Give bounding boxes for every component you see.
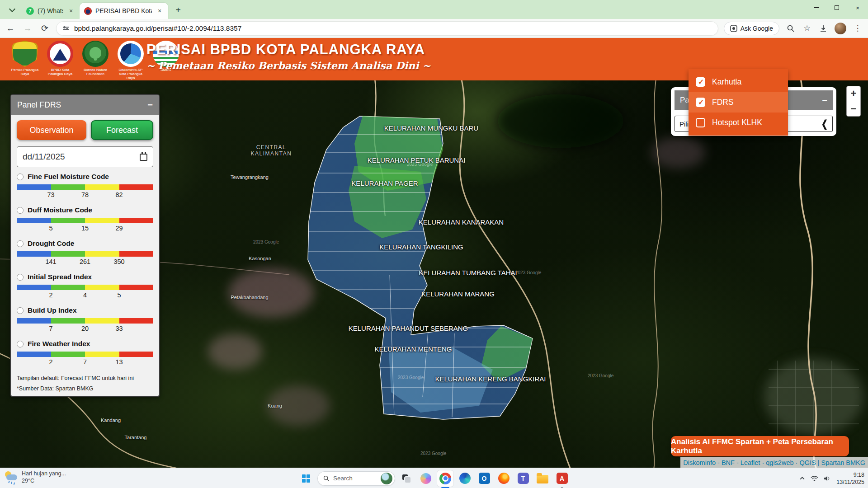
forecast-button[interactable]: Forecast <box>91 120 153 140</box>
radio-icon[interactable] <box>17 240 24 247</box>
volume-icon[interactable] <box>824 475 831 482</box>
panel-fdrs-header[interactable]: Panel FDRS − <box>11 95 159 115</box>
menu-dots-icon[interactable]: ⋮ <box>853 23 863 33</box>
zoom-icon[interactable] <box>786 23 796 33</box>
date-input[interactable]: dd/11/2025 <box>17 146 153 167</box>
calendar-icon[interactable] <box>140 154 147 161</box>
taskbar-edge-button[interactable] <box>457 470 473 487</box>
maximize-button[interactable] <box>826 0 847 15</box>
fire-monitoring-dropdown: Karhutla FDRS Hotspot KLHK <box>689 69 788 136</box>
index-option[interactable]: Build Up Index <box>17 306 153 314</box>
map-attribution[interactable]: Diskominfo - BNF - Leaflet · qgis2web · … <box>680 457 868 468</box>
index-option[interactable]: Drought Code <box>17 239 153 248</box>
taskbar-start-button[interactable] <box>298 470 314 487</box>
acrobat-icon: A <box>557 473 568 484</box>
new-tab-button[interactable]: + <box>172 4 184 16</box>
radio-icon[interactable] <box>17 274 24 281</box>
fdrs-index-bui: Build Up Index 7 20 33 <box>17 306 153 334</box>
address-bar[interactable]: bpbd.palangkaraya.go.id/perisai#10/-2.00… <box>56 21 718 36</box>
fdrs-index-dc: Drought Code 141 261 350 <box>17 239 153 267</box>
wifi-icon[interactable] <box>811 475 818 482</box>
collapse-icon[interactable]: − <box>147 100 153 110</box>
observation-button[interactable]: Observation <box>17 120 86 140</box>
checkbox-unchecked-icon[interactable] <box>696 118 705 127</box>
index-option[interactable]: Fine Fuel Moisture Code <box>17 173 153 181</box>
taskbar-copilot-button[interactable] <box>418 470 434 487</box>
ask-google-label: Ask Google <box>741 25 773 32</box>
index-option[interactable]: Fire Weather Index <box>17 340 153 348</box>
dropdown-item-hotspot-klhk[interactable]: Hotspot KLHK <box>689 113 788 133</box>
dropdown-item-fdrs[interactable]: FDRS <box>689 92 788 113</box>
taskbar-taskview-button[interactable] <box>398 470 415 487</box>
taskbar-chrome-button[interactable] <box>437 470 453 487</box>
taskbar-search[interactable]: Search <box>317 471 395 486</box>
back-button[interactable]: ← <box>4 22 17 35</box>
index-option[interactable]: Duff Moisture Code <box>17 206 153 214</box>
google-lens-icon <box>730 25 737 32</box>
reload-button[interactable]: ⟳ <box>38 22 52 35</box>
kelurahan-label: KELURAHAN TANGKILING <box>379 243 463 251</box>
taskbar-outlook-button[interactable]: O <box>476 470 492 487</box>
note-default: Tampilan default: Forecast FFMC untuk ha… <box>17 375 153 381</box>
forward-button[interactable]: → <box>21 22 34 35</box>
radio-icon[interactable] <box>17 341 24 347</box>
risk-scale-bar <box>17 285 153 290</box>
search-icon <box>323 475 330 482</box>
checkbox-checked-icon[interactable] <box>696 77 705 87</box>
map-zoom-controls: + − <box>846 86 861 117</box>
logo-diskominfo: Diskominfo-SP Kota Palangka Raya <box>116 41 146 80</box>
threshold-value: 15 <box>81 225 89 232</box>
tray-chevron-up-icon[interactable] <box>799 475 805 481</box>
tray-clock[interactable]: 9:18 13/11/2025 <box>836 471 864 486</box>
profile-avatar[interactable] <box>835 23 846 34</box>
outlook-icon: O <box>479 473 490 484</box>
browser-tabstrip: 7 (7) WhatsApp × PERISAI BPBD Kota Palan… <box>0 0 868 19</box>
kelurahan-label: KELURAHAN PAGER <box>351 179 418 187</box>
threshold-value: 261 <box>80 258 90 265</box>
logo-bpbd: BPBD Kota Palangka Raya <box>45 41 75 80</box>
taskbar-explorer-button[interactable] <box>534 470 551 487</box>
note-source: *Sumber Data: Spartan BMKG <box>17 385 153 392</box>
site-title-block: PERISAI BPBD KOTA PALANGKA RAYA ~ Pemeta… <box>146 42 431 71</box>
zoom-in-button[interactable]: + <box>847 86 860 101</box>
checkbox-checked-icon[interactable] <box>696 98 705 107</box>
zoom-out-button[interactable]: − <box>847 101 860 116</box>
bookmark-star-icon[interactable]: ☆ <box>802 23 812 33</box>
tab-perisai[interactable]: PERISAI BPBD Kota Palangka Ra × <box>80 3 168 19</box>
radio-icon[interactable] <box>17 307 24 314</box>
taskbar-weather-widget[interactable]: Hari hujan yang... 29°C <box>5 470 66 484</box>
download-icon[interactable] <box>818 23 828 33</box>
tab-search-button[interactable] <box>5 3 19 17</box>
map-watermark: 2023 Google <box>253 239 279 244</box>
close-button[interactable]: × <box>847 0 868 15</box>
radio-icon[interactable] <box>17 174 24 180</box>
teams-icon: T <box>518 473 529 484</box>
weather-title: Hari hujan yang... <box>22 470 66 477</box>
threshold-value: 78 <box>81 191 89 198</box>
taskbar-firefox-button[interactable] <box>495 470 512 487</box>
place-label: Kasongan <box>249 256 271 261</box>
minimize-button[interactable] <box>806 0 826 15</box>
tab-close-icon[interactable]: × <box>67 7 75 15</box>
threshold-value: 13 <box>115 358 123 366</box>
region-label: CENTRAL KALIMANTAN <box>246 144 296 157</box>
index-option[interactable]: Initial Spread Index <box>17 273 153 281</box>
collapse-icon[interactable]: − <box>822 95 827 106</box>
taskbar-tray: 9:18 13/11/2025 <box>799 468 864 488</box>
risk-scale-bar <box>17 318 153 324</box>
threshold-value: 5 <box>117 291 121 299</box>
ask-google-button[interactable]: Ask Google <box>724 22 779 35</box>
taskbar-center: Search O T A <box>298 468 570 488</box>
site-settings-icon[interactable] <box>63 27 69 30</box>
taskbar-acrobat-button[interactable]: A <box>554 470 570 487</box>
risk-scale-bar <box>17 184 153 190</box>
tab-close-icon[interactable]: × <box>156 7 164 15</box>
chevron-left-icon[interactable] <box>821 117 828 130</box>
taskbar-teams-button[interactable]: T <box>515 470 531 487</box>
threshold-value: 350 <box>113 258 124 265</box>
dropdown-item-karhutla[interactable]: Karhutla <box>689 72 788 92</box>
url-text[interactable]: bpbd.palangkaraya.go.id/perisai#10/-2.00… <box>74 24 241 33</box>
tab-whatsapp[interactable]: 7 (7) WhatsApp × <box>22 3 80 19</box>
radio-icon[interactable] <box>17 207 24 214</box>
analysis-ai-button[interactable]: Analisis AI FFMC Spartan + Peta Persebar… <box>671 436 849 456</box>
